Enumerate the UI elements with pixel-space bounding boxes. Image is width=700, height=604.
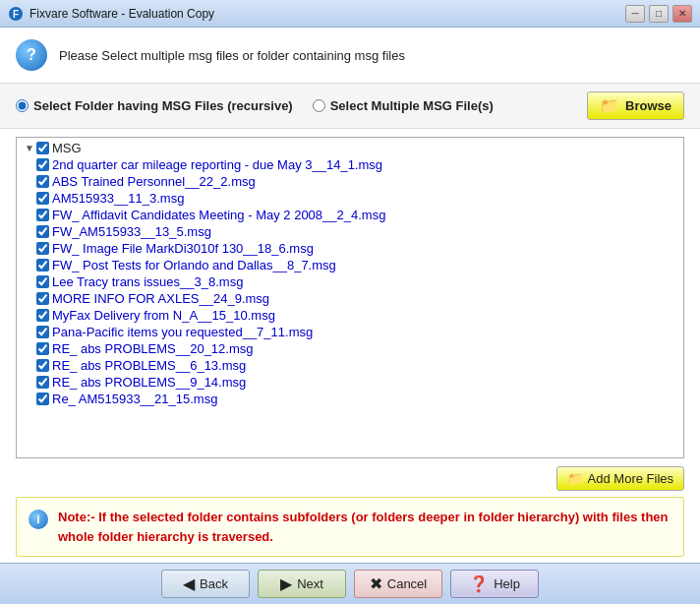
tree-children: 2nd quarter car mileage reporting - due … xyxy=(34,156,679,407)
radio-folder-option[interactable]: Select Folder having MSG Files (recursiv… xyxy=(16,98,293,113)
file-checkbox-13[interactable] xyxy=(36,376,49,389)
note-area: i Note:- If the selected folder contains… xyxy=(16,497,684,557)
radio-multiple[interactable] xyxy=(313,99,325,112)
file-label-9: MyFax Delivery from N_A__15_10.msg xyxy=(52,308,275,323)
window-title: Fixvare Software - Evaluation Copy xyxy=(29,7,214,21)
back-button[interactable]: ◀ Back xyxy=(161,570,250,598)
radio-group: Select Folder having MSG Files (recursiv… xyxy=(16,98,494,113)
window-controls: ─ □ ✕ xyxy=(625,5,692,23)
app-icon: F xyxy=(8,6,24,22)
file-label-11: RE_ abs PROBLEMS__20_12.msg xyxy=(52,341,254,356)
file-label-3: FW_ Affidavit Candidates Meeting - May 2… xyxy=(52,208,385,222)
bottom-nav: ◀ Back ▶ Next ✖ Cancel ❓ Help xyxy=(0,563,700,604)
tree-item[interactable]: Pana-Pacific items you requested__7_11.m… xyxy=(34,324,679,340)
radio-folder-label: Select Folder having MSG Files (recursiv… xyxy=(33,98,293,113)
back-icon: ◀ xyxy=(183,574,195,593)
tree-item[interactable]: MORE INFO FOR AXLES__24_9.msg xyxy=(34,290,679,307)
add-more-files-button[interactable]: 📁 Add More Files xyxy=(556,466,684,491)
file-checkbox-5[interactable] xyxy=(36,242,49,255)
tree-item[interactable]: FW_AM515933__13_5.msg xyxy=(34,223,679,240)
options-row: Select Folder having MSG Files (recursiv… xyxy=(0,83,700,129)
cancel-icon: ✖ xyxy=(370,574,382,593)
radio-multiple-label: Select Multiple MSG File(s) xyxy=(330,98,494,113)
file-label-14: Re_ AM515933__21_15.msg xyxy=(52,392,217,406)
tree-item[interactable]: ABS Trained Personnel__22_2.msg xyxy=(34,173,679,190)
tree-item[interactable]: RE_ abs PROBLEMS__20_12.msg xyxy=(34,340,679,357)
file-label-6: FW_ Post Tests for Orlando and Dallas__8… xyxy=(52,258,336,272)
root-checkbox[interactable] xyxy=(36,142,49,154)
main-content: ? Please Select multiple msg files or fo… xyxy=(0,28,700,604)
file-label-0: 2nd quarter car mileage reporting - due … xyxy=(52,157,382,172)
file-checkbox-3[interactable] xyxy=(36,209,49,221)
file-checkbox-14[interactable] xyxy=(36,393,49,405)
minimize-button[interactable]: ─ xyxy=(625,5,645,23)
help-label: Help xyxy=(494,576,520,591)
tree-item[interactable]: MyFax Delivery from N_A__15_10.msg xyxy=(34,307,679,324)
browse-label: Browse xyxy=(625,98,671,113)
tree-item[interactable]: RE_ abs PROBLEMS__9_14.msg xyxy=(34,374,679,391)
tree-item[interactable]: RE_ abs PROBLEMS__6_13.msg xyxy=(34,357,679,374)
root-folder-label: MSG xyxy=(52,141,82,155)
header-text: Please Select multiple msg files or fold… xyxy=(59,48,405,63)
browse-icon: 📁 xyxy=(600,96,619,115)
radio-folder[interactable] xyxy=(16,99,29,112)
maximize-button[interactable]: □ xyxy=(649,5,669,23)
note-info-icon: i xyxy=(29,510,48,529)
tree-item[interactable]: Re_ AM515933__21_15.msg xyxy=(34,391,679,407)
file-checkbox-0[interactable] xyxy=(36,158,49,171)
file-checkbox-7[interactable] xyxy=(36,275,49,288)
tree-root-item[interactable]: ▼ MSG xyxy=(21,140,679,156)
next-label: Next xyxy=(297,576,323,591)
file-label-12: RE_ abs PROBLEMS__6_13.msg xyxy=(52,358,246,373)
title-bar: F Fixvare Software - Evaluation Copy ─ □… xyxy=(0,0,700,28)
header-area: ? Please Select multiple msg files or fo… xyxy=(0,28,700,83)
file-label-7: Lee Tracy trans issues__3_8.msg xyxy=(52,274,243,289)
file-checkbox-8[interactable] xyxy=(36,292,49,305)
file-checkbox-4[interactable] xyxy=(36,225,49,238)
note-text: Note:- If the selected folder contains s… xyxy=(58,508,671,546)
tree-item[interactable]: FW_ Post Tests for Orlando and Dallas__8… xyxy=(34,257,679,273)
tree-root: ▼ MSG 2nd quarter car mileage reporting … xyxy=(17,138,683,409)
file-checkbox-12[interactable] xyxy=(36,359,49,372)
tree-item[interactable]: 2nd quarter car mileage reporting - due … xyxy=(34,156,679,173)
tree-item[interactable]: AM515933__11_3.msg xyxy=(34,190,679,207)
file-label-13: RE_ abs PROBLEMS__9_14.msg xyxy=(52,375,246,390)
tree-item[interactable]: Lee Tracy trans issues__3_8.msg xyxy=(34,273,679,290)
browse-button[interactable]: 📁 Browse xyxy=(587,91,684,120)
cancel-label: Cancel xyxy=(387,576,427,591)
add-more-label: Add More Files xyxy=(588,471,673,486)
file-tree-container[interactable]: ▼ MSG 2nd quarter car mileage reporting … xyxy=(16,137,684,458)
back-label: Back xyxy=(200,576,228,591)
tree-toggle[interactable]: ▼ xyxy=(23,143,36,153)
add-more-icon: 📁 xyxy=(567,471,583,486)
file-checkbox-6[interactable] xyxy=(36,259,49,272)
file-checkbox-10[interactable] xyxy=(36,326,49,338)
tree-item[interactable]: FW_ Image File MarkDi3010f 130__18_6.msg xyxy=(34,240,679,257)
svg-text:F: F xyxy=(13,9,19,20)
help-icon: ❓ xyxy=(469,574,489,593)
radio-multiple-option[interactable]: Select Multiple MSG File(s) xyxy=(313,98,494,113)
file-label-4: FW_AM515933__13_5.msg xyxy=(52,224,211,239)
help-button[interactable]: ❓ Help xyxy=(450,570,539,598)
file-checkbox-11[interactable] xyxy=(36,342,49,355)
tree-item[interactable]: FW_ Affidavit Candidates Meeting - May 2… xyxy=(34,207,679,223)
cancel-button[interactable]: ✖ Cancel xyxy=(354,570,442,598)
file-checkbox-2[interactable] xyxy=(36,192,49,205)
file-label-10: Pana-Pacific items you requested__7_11.m… xyxy=(52,325,313,339)
next-button[interactable]: ▶ Next xyxy=(258,570,346,598)
file-checkbox-1[interactable] xyxy=(36,175,49,188)
file-checkbox-9[interactable] xyxy=(36,309,49,322)
file-label-5: FW_ Image File MarkDi3010f 130__18_6.msg xyxy=(52,241,314,256)
file-label-1: ABS Trained Personnel__22_2.msg xyxy=(52,174,256,189)
file-label-2: AM515933__11_3.msg xyxy=(52,191,184,206)
file-label-8: MORE INFO FOR AXLES__24_9.msg xyxy=(52,291,269,306)
close-button[interactable]: ✕ xyxy=(672,5,692,23)
question-icon: ? xyxy=(16,39,47,71)
next-icon: ▶ xyxy=(280,574,292,593)
add-more-row: 📁 Add More Files xyxy=(0,462,700,497)
